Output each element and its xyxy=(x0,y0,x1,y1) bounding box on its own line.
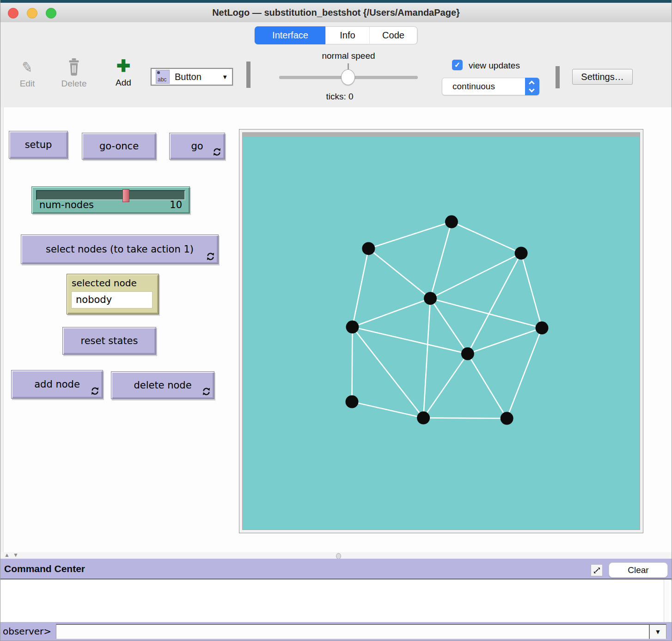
plus-icon: ✚ xyxy=(110,56,136,77)
command-history-dropdown[interactable]: ▼ xyxy=(650,624,666,639)
button-widget-icon: abc xyxy=(156,70,170,84)
graph-edge xyxy=(468,253,521,353)
network-svg xyxy=(243,133,640,530)
graph-node[interactable] xyxy=(445,216,458,228)
tab-code[interactable]: Code xyxy=(370,26,417,44)
settings-button[interactable]: Settings… xyxy=(572,69,633,85)
graph-node[interactable] xyxy=(424,292,437,305)
detach-icon xyxy=(593,567,600,574)
view-updates-checkbox[interactable]: ✓ xyxy=(452,60,463,70)
num-nodes-slider-label: num-nodes xyxy=(39,199,94,210)
graph-node[interactable] xyxy=(536,321,549,334)
forever-icon xyxy=(213,148,221,156)
toolbar: Interface Info Code ✎ Edit Delete xyxy=(0,22,672,108)
pencil-icon: ✎ xyxy=(14,57,40,78)
netlogo-window: NetLogo — substitution_bestshot {/Users/… xyxy=(0,0,672,641)
graph-node[interactable] xyxy=(515,247,528,259)
add-tool-label: Add xyxy=(110,78,136,88)
forever-icon xyxy=(207,253,214,260)
reset-states-button-label: reset states xyxy=(80,335,138,346)
graph-edge xyxy=(368,222,452,249)
speed-slider-thumb[interactable] xyxy=(341,69,355,85)
graph-edge xyxy=(430,253,521,298)
clear-button[interactable]: Clear xyxy=(609,562,668,578)
selected-node-monitor: selected node nobody xyxy=(67,274,159,314)
graph-node[interactable] xyxy=(461,347,474,360)
graph-node[interactable] xyxy=(362,242,375,255)
forever-icon xyxy=(91,387,99,395)
toolbar-divider xyxy=(556,66,560,88)
widget-type-dropdown[interactable]: abc Button ▼ xyxy=(151,68,233,86)
graph-edge xyxy=(430,222,452,299)
edit-tool-label: Edit xyxy=(14,79,40,89)
graph-node[interactable] xyxy=(345,395,358,408)
command-center-splitter[interactable]: ▲▼ xyxy=(0,552,672,559)
detach-command-center-button[interactable] xyxy=(591,564,603,576)
world-view[interactable] xyxy=(242,132,640,530)
delete-tool-button[interactable]: Delete xyxy=(59,57,89,89)
delete-node-button[interactable]: delete node xyxy=(111,371,214,399)
graph-edge xyxy=(352,327,352,402)
setup-button-label: setup xyxy=(25,139,52,150)
window-title: NetLogo — substitution_bestshot {/Users/… xyxy=(0,3,672,22)
stepper-icon xyxy=(525,78,539,95)
select-nodes-button[interactable]: select nodes (to take action 1) xyxy=(21,234,219,264)
command-input-row: observer> ▼ xyxy=(0,622,672,641)
setup-button[interactable]: setup xyxy=(9,131,68,159)
speed-slider-label: normal speed xyxy=(279,51,418,61)
graph-edge xyxy=(521,253,542,328)
graph-edge xyxy=(423,298,430,418)
ticks-counter: ticks: 0 xyxy=(279,92,400,102)
reset-states-button[interactable]: reset states xyxy=(62,327,156,355)
interface-canvas: setup go-once go num-nodes 10 select xyxy=(0,107,672,552)
update-mode-select[interactable]: continuous xyxy=(442,78,539,95)
graph-node[interactable] xyxy=(501,412,513,425)
edit-tool-button[interactable]: ✎ Edit xyxy=(14,57,40,89)
graph-edge xyxy=(468,354,507,419)
num-nodes-slider-track[interactable] xyxy=(36,190,185,200)
observer-prompt: observer> xyxy=(3,622,51,641)
go-button-label: go xyxy=(191,141,203,152)
graph-edge xyxy=(452,222,521,253)
command-center-output[interactable] xyxy=(0,579,672,623)
delete-tool-label: Delete xyxy=(59,79,89,89)
graph-edge xyxy=(368,248,430,298)
tab-bar: Interface Info Code xyxy=(255,26,417,43)
selected-node-monitor-value: nobody xyxy=(71,291,153,308)
titlebar: NetLogo — substitution_bestshot {/Users/… xyxy=(0,3,672,23)
selected-node-monitor-label: selected node xyxy=(72,277,137,289)
dropdown-caret-icon: ▼ xyxy=(222,74,228,80)
graph-edge xyxy=(352,248,368,327)
add-tool-button[interactable]: ✚ Add xyxy=(110,56,136,88)
forever-icon xyxy=(202,388,210,395)
command-center-title: Command Center xyxy=(4,559,85,579)
splitter-arrows-icon[interactable]: ▲▼ xyxy=(4,552,22,558)
graph-node[interactable] xyxy=(346,320,359,333)
add-node-button[interactable]: add node xyxy=(11,370,103,399)
tab-info[interactable]: Info xyxy=(325,26,370,44)
graph-edge xyxy=(423,354,468,418)
output-scrollbar[interactable] xyxy=(664,579,669,622)
go-once-button[interactable]: go-once xyxy=(82,133,156,160)
go-button[interactable]: go xyxy=(169,133,225,160)
graph-node[interactable] xyxy=(417,412,430,425)
add-node-button-label: add node xyxy=(34,379,80,390)
select-nodes-button-label: select nodes (to take action 1) xyxy=(46,244,194,255)
num-nodes-slider[interactable]: num-nodes 10 xyxy=(31,186,190,214)
graph-edge xyxy=(507,328,542,419)
graph-edge xyxy=(423,418,507,419)
view-updates-label: view updates xyxy=(469,61,520,71)
delete-node-button-label: delete node xyxy=(134,380,191,391)
update-mode-value: continuous xyxy=(452,81,495,91)
trash-icon xyxy=(59,57,89,78)
num-nodes-slider-value: 10 xyxy=(170,199,182,210)
graph-edge xyxy=(352,298,430,327)
widget-type-value: Button xyxy=(175,72,202,82)
tab-interface[interactable]: Interface xyxy=(255,26,325,44)
command-center-header: Command Center Clear xyxy=(0,559,672,579)
command-input[interactable] xyxy=(56,624,650,639)
world-view-frame xyxy=(239,129,643,533)
go-once-button-label: go-once xyxy=(99,141,139,152)
left-edge-strip xyxy=(0,107,4,552)
toolbar-divider xyxy=(246,62,250,88)
